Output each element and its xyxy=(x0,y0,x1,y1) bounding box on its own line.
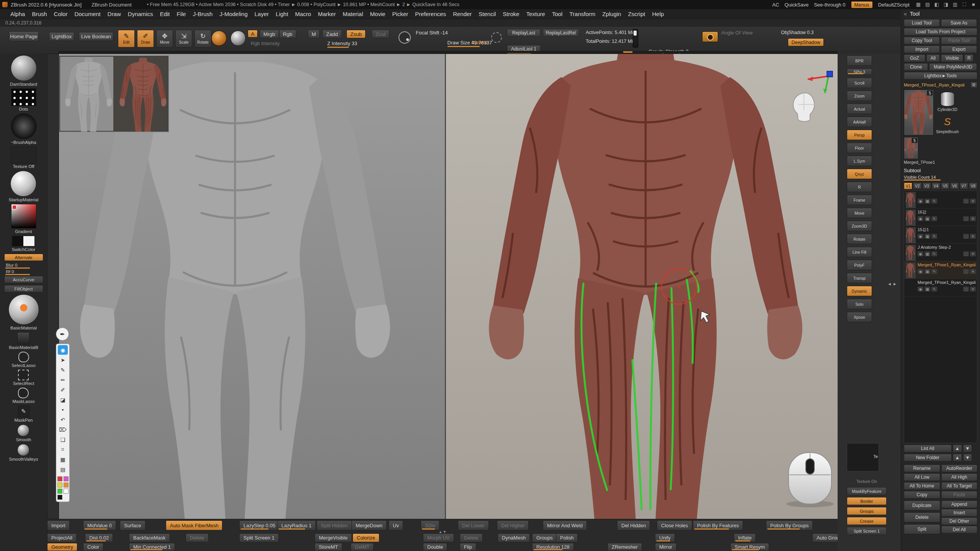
edit-icon[interactable]: ✎ xyxy=(931,234,937,239)
menu-item[interactable]: Stencil xyxy=(475,10,499,18)
shelf-button[interactable]: Morph UV xyxy=(423,533,454,542)
shelf-button[interactable]: LazyRadius 1 xyxy=(277,520,316,530)
recent-tool-item[interactable]: SimpleBrush xyxy=(936,115,959,134)
folder-icon[interactable]: ⬚ xyxy=(963,251,969,256)
shelf-button[interactable]: Polish By Groups xyxy=(766,520,813,530)
viewport-nav-button[interactable]: AAHalf xyxy=(847,117,872,127)
folder-icon[interactable]: ⬚ xyxy=(963,287,969,292)
shelf-button[interactable]: Dist 0.02 xyxy=(85,533,113,542)
J Anatomy Step-2[interactable]: J Anatomy Step-2 ◉ ▦ ✎ ⬚ ✕ xyxy=(904,244,977,261)
tool-palette-button[interactable]: GoZ xyxy=(904,54,925,62)
close-icon[interactable]: ✕ xyxy=(970,199,976,204)
yellow-swatch[interactable] xyxy=(57,483,62,487)
mode-button[interactable]: ↻ Rotate xyxy=(194,30,211,47)
tray-item[interactable]: MaskLasso xyxy=(12,388,34,404)
shelf-button[interactable]: Polish By Features xyxy=(693,520,743,530)
visible-count-slider[interactable]: Visible Count 14 xyxy=(904,175,950,179)
close-icon[interactable]: ✕ xyxy=(970,287,976,292)
obj-shadow-slider[interactable]: ObjShadow 0.3 xyxy=(781,30,813,35)
active-tool-thumbnail[interactable]: 5 xyxy=(904,90,934,135)
recent-tool-item[interactable]: Cylinder3D xyxy=(936,92,959,112)
viewport-nav-button[interactable]: Floor xyxy=(847,143,872,153)
channel-toggle[interactable]: Zsub xyxy=(346,30,366,38)
shelf-button[interactable]: Polish xyxy=(556,533,578,542)
dot-tool[interactable]: • xyxy=(58,405,68,414)
tray-item[interactable]: BasicMaterial xyxy=(8,294,39,330)
shelf-button[interactable]: Split Screen 1 xyxy=(239,533,279,542)
subtool-action-button[interactable]: Del All xyxy=(941,526,978,533)
menu-item[interactable]: J-Brush xyxy=(189,10,216,18)
eye-tool[interactable]: ◉ xyxy=(58,345,68,355)
shelf-collapse-arrows[interactable]: ▲▼ xyxy=(439,530,447,534)
move-down-icon[interactable]: ▼ xyxy=(963,445,972,452)
bpr-render-button[interactable]: BPR xyxy=(847,55,872,66)
shelf-button[interactable]: Crease xyxy=(847,517,887,525)
trash-tool[interactable]: ⌦ xyxy=(58,425,68,434)
tray-item[interactable]: BasicMaterialB xyxy=(9,332,38,350)
focal-shift-slider[interactable]: Focal Shift -14 xyxy=(416,30,448,36)
tool-palette-button[interactable]: Save As xyxy=(941,19,977,27)
subtool-row[interactable]: ◉ ▦ ✎ ⬚ ✕ xyxy=(904,191,977,209)
stroke-curve-icon[interactable] xyxy=(491,32,502,43)
tray-item[interactable]: Texture Off xyxy=(11,147,37,169)
viewport-nav-button[interactable]: Xpose xyxy=(847,312,872,322)
document-canvas[interactable] xyxy=(59,54,838,520)
viewport-nav-button[interactable]: Line Fill xyxy=(847,247,872,257)
menu-item[interactable]: J-Modeling xyxy=(216,10,251,18)
menu-item[interactable]: Zplugin xyxy=(599,10,624,18)
sort-down-icon[interactable]: ▼ xyxy=(963,454,972,461)
shelf-button[interactable]: Color xyxy=(83,543,103,551)
orange-swatch[interactable] xyxy=(64,483,69,487)
tray-item[interactable]: MaskPen xyxy=(15,406,33,422)
viewport-nav-button[interactable]: Solo xyxy=(847,299,872,309)
Merged_TPose1_Ryan_Kingslies[interactable]: Merged_TPose1_Ryan_Kingslies ◉ ▦ ✎ ⬚ ✕ xyxy=(904,261,977,279)
menu-item[interactable]: File xyxy=(173,10,189,18)
clipboard-tool[interactable]: ▤ xyxy=(58,465,68,474)
shelf-button[interactable]: StoreMT xyxy=(315,543,342,551)
dynamic-toggle[interactable]: Dynamic xyxy=(472,40,488,45)
shelf-button[interactable]: Del Lower xyxy=(458,520,489,530)
viewport-nav-button[interactable]: Rotate xyxy=(847,234,872,244)
menu-item[interactable]: Layer xyxy=(251,10,273,18)
list-all-button[interactable]: List All xyxy=(904,445,952,452)
shelf-button[interactable]: MergeDown xyxy=(351,520,387,530)
eraser-tool[interactable]: ◪ xyxy=(58,395,68,404)
shelf-button[interactable]: MaskByFeature xyxy=(847,487,887,495)
annotation-pen-button[interactable]: ✒ xyxy=(56,328,69,341)
see-through-slider[interactable]: See-through 0 xyxy=(814,2,845,8)
menu-item[interactable]: Brush xyxy=(28,10,50,18)
menu-item[interactable]: Tool xyxy=(549,10,566,18)
eye-icon[interactable]: ◉ xyxy=(918,234,923,239)
replay-last-rel-button[interactable]: ReplayLastRel xyxy=(543,29,579,37)
shelf-button[interactable]: Mirror xyxy=(655,543,676,551)
shelf-button[interactable]: Border xyxy=(847,497,887,505)
viewport-nav-button[interactable]: Zoom3D xyxy=(847,221,872,231)
shelf-button[interactable]: Texture On xyxy=(847,477,887,485)
shelf-button[interactable]: Mirror And Weld xyxy=(543,520,587,530)
shelf-button[interactable]: Geometry xyxy=(47,543,77,551)
eye-icon[interactable]: ◉ xyxy=(918,199,923,204)
tool-palette-button[interactable]: Import xyxy=(904,46,940,53)
menu-item[interactable]: Zscript xyxy=(624,10,648,18)
eye-icon[interactable]: ◉ xyxy=(918,287,923,292)
mode-button[interactable]: ✎ Edit xyxy=(118,30,135,47)
menu-item[interactable]: Dynamics xyxy=(124,10,157,18)
tool-palette-button[interactable]: Lightbox►Tools xyxy=(904,72,977,80)
shelf-button[interactable]: Smart Resym xyxy=(730,543,769,551)
subtool-view-tab[interactable]: V4 xyxy=(932,183,940,189)
shelf-button[interactable]: MidValue 0 xyxy=(83,520,116,530)
folder-icon[interactable]: ⬚ xyxy=(963,216,969,221)
chat-tool[interactable]: ❑ xyxy=(58,435,68,444)
white-swatch[interactable] xyxy=(64,489,69,494)
quicksave-button[interactable]: QuickSave xyxy=(784,2,808,8)
replay-last-button[interactable]: ReplayLast xyxy=(507,29,541,37)
polyframe-icon[interactable]: ▦ xyxy=(924,234,930,239)
viewport-nav-button[interactable]: Zoom xyxy=(847,91,872,101)
tool-palette-button[interactable]: Load Tool xyxy=(904,19,940,27)
channel-a-button[interactable]: A xyxy=(248,30,258,37)
spix-slider[interactable]: SPix 3 xyxy=(847,68,872,75)
folder-icon[interactable]: ⬚ xyxy=(963,199,969,204)
shelf-button[interactable]: Delete xyxy=(186,533,209,542)
subtool-section-title[interactable]: Subtool xyxy=(904,168,921,173)
channel-toggle[interactable]: Mrgb xyxy=(260,30,279,38)
